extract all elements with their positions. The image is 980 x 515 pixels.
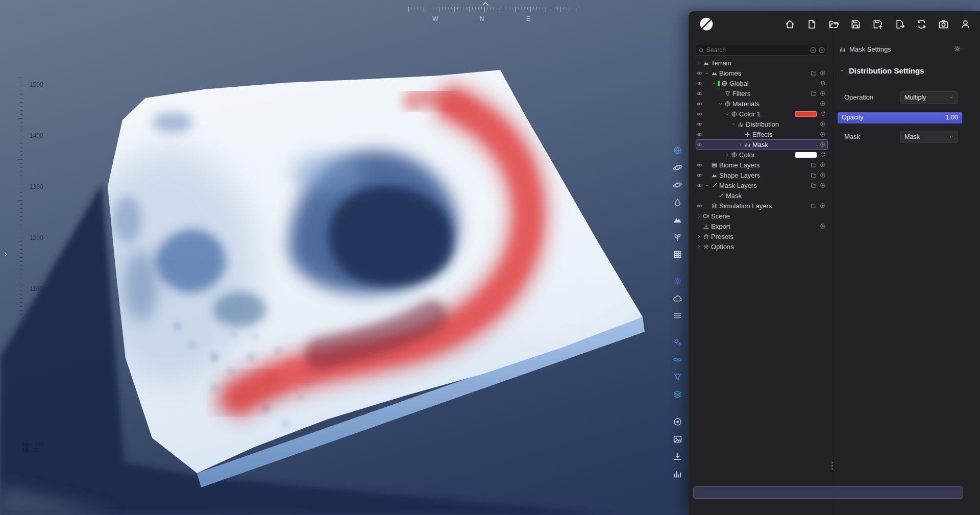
cloud-button[interactable] (671, 291, 684, 305)
plus-circ-icon (820, 141, 826, 148)
mask-dropdown[interactable]: Mask (900, 131, 958, 143)
tree-item-mask[interactable]: Mask (696, 139, 828, 150)
tree-item-distribution[interactable]: Distribution (696, 119, 828, 129)
tree-item-effects[interactable]: Effects (696, 129, 828, 139)
download-icon (703, 223, 709, 230)
visibility-toggle[interactable] (696, 80, 704, 87)
folder-button[interactable] (811, 203, 817, 209)
folder-icon (811, 70, 817, 76)
tree-item-label: Simulation Layers (719, 202, 772, 210)
chev-down-icon (724, 111, 730, 117)
tree-item-color-1[interactable]: Color 1 (696, 109, 828, 119)
terrain-globe-button[interactable] (671, 143, 684, 157)
image-button[interactable] (671, 432, 684, 446)
folder-button[interactable] (811, 182, 817, 188)
left-panel-toggle[interactable]: › (4, 249, 7, 258)
search-input[interactable] (704, 46, 810, 54)
brush-icon (711, 182, 718, 189)
tree-item-terrain[interactable]: Terrain (696, 58, 828, 68)
plus-button[interactable] (820, 90, 826, 96)
tree-item-biomes[interactable]: Biomes (696, 68, 828, 78)
folder-button[interactable] (811, 162, 817, 168)
plus-button[interactable] (820, 203, 826, 209)
expand-all-button[interactable] (818, 46, 825, 54)
new-file-button[interactable] (804, 16, 819, 32)
chev-down-icon (704, 183, 710, 188)
visibility-toggle[interactable] (696, 111, 704, 117)
plus-button[interactable] (820, 121, 826, 127)
eye-icon (696, 141, 703, 148)
tree-item-mask-layers[interactable]: Mask Layers (696, 180, 828, 190)
tree-item-materials[interactable]: Materials (696, 99, 828, 109)
plus-button[interactable] (820, 182, 826, 188)
mountain-button[interactable] (671, 213, 684, 226)
plus-button[interactable] (820, 162, 826, 168)
folder-button[interactable] (811, 172, 817, 178)
refresh-button[interactable] (820, 152, 826, 158)
tree-item-color[interactable]: Color (696, 150, 828, 160)
tree-item-label: Materials (732, 100, 760, 108)
visibility-toggle[interactable] (696, 131, 704, 138)
planet-rings-button[interactable] (671, 178, 684, 191)
tree-item-options[interactable]: Options (696, 241, 828, 252)
eye-icon (696, 203, 703, 209)
folder-button[interactable] (811, 70, 817, 76)
refresh-button[interactable] (820, 111, 826, 117)
opacity-slider[interactable]: Opacity1.00 (838, 112, 962, 124)
list-button[interactable] (671, 309, 684, 322)
tree-item-shape-layers[interactable]: Shape Layers (696, 170, 828, 180)
visibility-toggle[interactable] (696, 162, 704, 168)
water-drop-button[interactable] (671, 195, 684, 209)
planet-button[interactable] (671, 161, 684, 174)
gear-button[interactable] (671, 274, 684, 287)
eye-icon (696, 121, 703, 128)
eye-button[interactable] (671, 353, 684, 366)
plus-button[interactable] (820, 141, 826, 148)
plus-button[interactable] (820, 70, 826, 76)
record-button[interactable] (671, 415, 684, 428)
panel-settings-button[interactable] (953, 45, 961, 53)
operation-dropdown[interactable]: Multiply (900, 91, 958, 104)
plus-button[interactable] (820, 101, 826, 107)
gears-button[interactable] (671, 335, 684, 349)
home-button[interactable] (782, 16, 797, 32)
layers-button[interactable] (820, 80, 826, 86)
chart-button[interactable] (671, 467, 684, 480)
tree-item-label: Effects (752, 131, 773, 138)
tree-item-mask[interactable]: Mask (696, 190, 828, 201)
visibility-toggle[interactable] (696, 203, 704, 209)
visibility-toggle[interactable] (696, 90, 704, 97)
plus-button[interactable] (820, 223, 826, 229)
visibility-toggle[interactable] (696, 101, 704, 107)
visibility-toggle[interactable] (696, 182, 704, 189)
tree-item-export[interactable]: Export (696, 221, 828, 231)
visibility-toggle[interactable] (696, 141, 704, 148)
section-title: Distribution Settings (849, 66, 924, 75)
color-swatch[interactable] (795, 152, 817, 158)
vegetation-button[interactable] (671, 230, 684, 243)
section-header[interactable]: Distribution Settings (839, 66, 924, 75)
layers-button[interactable] (671, 387, 684, 401)
dropdown-value: Multiply (904, 94, 926, 101)
plus-button[interactable] (820, 172, 826, 178)
visibility-toggle[interactable] (696, 70, 704, 77)
app-logo[interactable] (699, 16, 714, 32)
visibility-toggle[interactable] (696, 121, 704, 128)
grid-button[interactable] (671, 248, 684, 261)
tree-item-simulation-layers[interactable]: Simulation Layers (696, 201, 828, 211)
tree-item-presets[interactable]: Presets (696, 231, 828, 241)
dropdown-value: Mask (904, 133, 920, 140)
visibility-toggle[interactable] (696, 172, 704, 179)
plus-button[interactable] (820, 131, 826, 137)
tree-item-biome-layers[interactable]: Biome Layers (696, 160, 828, 170)
tree-item-filters[interactable]: Filters (696, 88, 828, 99)
folder-button[interactable] (811, 90, 817, 96)
tree-item-scene[interactable]: Scene (696, 211, 828, 221)
filter-button[interactable] (671, 370, 684, 383)
list-icon (673, 311, 682, 321)
download-button[interactable] (671, 450, 684, 463)
tree-item-global[interactable]: Global (696, 78, 828, 88)
color-swatch[interactable] (795, 111, 817, 117)
collapse-all-button[interactable] (810, 46, 817, 54)
status-bar[interactable] (693, 486, 963, 499)
